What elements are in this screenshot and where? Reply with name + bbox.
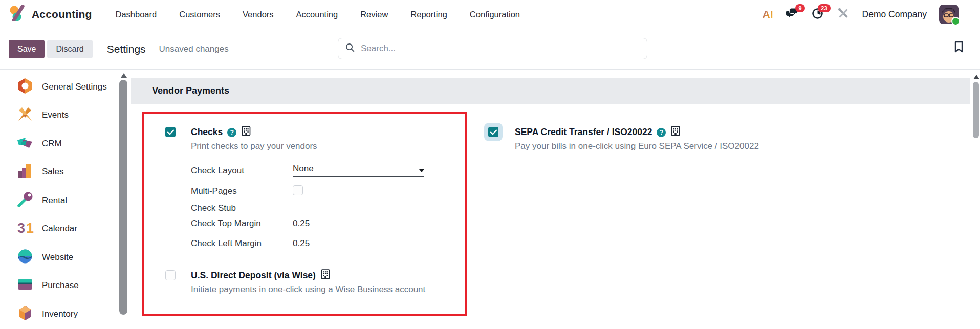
main-menu: Dashboard Customers Vendors Accounting R… [116, 10, 520, 19]
check-top-margin-input[interactable] [293, 218, 424, 232]
check-layout-label: Check Layout [191, 166, 244, 176]
us-direct-deposit-checkbox[interactable] [165, 270, 176, 280]
checks-setting-title: Checks ? [191, 126, 251, 139]
menu-vendors[interactable]: Vendors [243, 10, 274, 19]
checks-checkbox[interactable] [165, 127, 176, 137]
sepa-title-text: SEPA Credit Transfer / ISO20022 [515, 127, 652, 138]
svg-text:1: 1 [26, 221, 34, 236]
sidebar-item-purchase[interactable]: Purchase [0, 272, 130, 300]
content-scrollbar-thumb[interactable] [973, 82, 979, 138]
inventory-icon [16, 304, 34, 324]
check-left-margin-input[interactable] [293, 238, 424, 252]
direct-deposit-divider [182, 268, 182, 304]
events-icon [16, 105, 34, 125]
online-status-dot [951, 17, 960, 26]
purchase-icon [16, 276, 34, 295]
sidebar-item-label: Rental [42, 195, 67, 206]
unsaved-changes-status: Unsaved changes [159, 44, 229, 54]
sidebar-scroll-up-arrow[interactable] [121, 73, 127, 78]
multi-pages-label: Multi-Pages [191, 186, 237, 196]
sidebar-item-label: Sales [42, 167, 64, 177]
sales-icon [16, 162, 34, 182]
checks-description: Print checks to pay your vendors [191, 141, 317, 151]
search-icon [345, 43, 355, 54]
enterprise-building-icon [320, 269, 331, 282]
page-title: Settings [107, 43, 146, 55]
top-navbar: Accounting Dashboard Customers Vendors A… [0, 0, 980, 29]
app-name[interactable]: Accounting [32, 8, 92, 20]
us-direct-deposit-title-text: U.S. Direct Deposit (via Wise) [191, 270, 316, 281]
sepa-description: Pay your bills in one-click using Euro S… [515, 141, 759, 151]
odoo-logo-icon [9, 5, 27, 24]
multi-pages-checkbox[interactable] [293, 185, 303, 195]
sidebar-item-calendar[interactable]: 3 1 Calendar [0, 215, 130, 244]
menu-reporting[interactable]: Reporting [410, 10, 447, 19]
general-settings-icon [16, 77, 34, 97]
check-stub-label: Check Stub [191, 203, 236, 213]
svg-text:3: 3 [17, 221, 25, 236]
settings-sidebar: General Settings Events CRM [0, 70, 130, 329]
check-top-margin-label: Check Top Margin [191, 218, 261, 229]
crm-icon [16, 134, 34, 153]
bookmark-icon[interactable] [954, 41, 964, 55]
save-button[interactable]: Save [9, 40, 45, 58]
help-icon[interactable]: ? [657, 128, 666, 137]
check-layout-value: None [293, 164, 314, 174]
menu-configuration[interactable]: Configuration [470, 10, 520, 19]
section-title: Vendor Payments [152, 85, 229, 96]
us-direct-deposit-title: U.S. Direct Deposit (via Wise) [191, 269, 331, 282]
sidebar-item-label: Purchase [42, 280, 79, 291]
check-layout-select[interactable]: None [293, 164, 424, 177]
discard-button[interactable]: Discard [47, 40, 92, 58]
ai-assistant-icon[interactable]: AI [763, 8, 773, 20]
messages-button[interactable]: 9 [786, 8, 799, 21]
menu-dashboard[interactable]: Dashboard [116, 10, 157, 19]
sidebar-item-label: General Settings [42, 82, 107, 92]
menu-accounting[interactable]: Accounting [296, 10, 338, 19]
enterprise-building-icon [241, 126, 251, 139]
sidebar-item-rental[interactable]: Rental [0, 186, 130, 215]
activities-button[interactable]: 23 [811, 8, 824, 21]
navbar-right: AI 9 23 [763, 5, 980, 24]
website-icon [16, 248, 34, 267]
sidebar-scrollbar-thumb[interactable] [119, 80, 127, 315]
sepa-checkbox[interactable] [488, 127, 498, 137]
checks-divider [182, 125, 182, 255]
sidebar-item-crm[interactable]: CRM [0, 129, 130, 158]
company-switcher[interactable]: Demo Company [862, 9, 927, 20]
content-scroll-up-arrow[interactable] [973, 75, 979, 79]
sidebar-item-label: Calendar [42, 224, 77, 234]
chevron-down-icon [419, 169, 424, 172]
debug-tools-button[interactable] [837, 8, 850, 21]
menu-customers[interactable]: Customers [179, 10, 220, 19]
checks-title-text: Checks [191, 127, 223, 138]
accounting-settings-page: Accounting Dashboard Customers Vendors A… [0, 0, 980, 329]
menu-review[interactable]: Review [360, 10, 388, 19]
enterprise-building-icon [670, 126, 681, 139]
sidebar-item-general-settings[interactable]: General Settings [0, 73, 130, 101]
calendar-icon: 3 1 [16, 219, 34, 238]
search-input[interactable] [360, 43, 640, 54]
sidebar-item-label: CRM [42, 139, 62, 149]
user-avatar[interactable] [939, 5, 959, 24]
tools-icon [837, 7, 850, 21]
section-header-vendor-payments: Vendor Payments [131, 78, 970, 104]
search-bar[interactable] [338, 38, 647, 59]
sepa-divider [505, 125, 505, 153]
sidebar-item-label: Website [42, 252, 73, 262]
sidebar-item-events[interactable]: Events [0, 101, 130, 130]
rental-icon [16, 191, 34, 210]
us-direct-deposit-description: Initiate payments in one-click using a W… [191, 284, 425, 295]
help-icon[interactable]: ? [227, 128, 236, 137]
sidebar-item-inventory[interactable]: Inventory [0, 300, 130, 328]
messages-badge: 9 [795, 4, 804, 12]
sidebar-item-label: Events [42, 110, 69, 120]
sidebar-item-label: Inventory [42, 309, 78, 319]
activities-badge: 23 [818, 4, 830, 12]
check-left-margin-label: Check Left Margin [191, 238, 262, 249]
sidebar-item-website[interactable]: Website [0, 243, 130, 272]
sidebar-item-sales[interactable]: Sales [0, 158, 130, 187]
sepa-setting-title: SEPA Credit Transfer / ISO20022 ? [515, 126, 681, 139]
app-brand[interactable]: Accounting [9, 5, 92, 24]
